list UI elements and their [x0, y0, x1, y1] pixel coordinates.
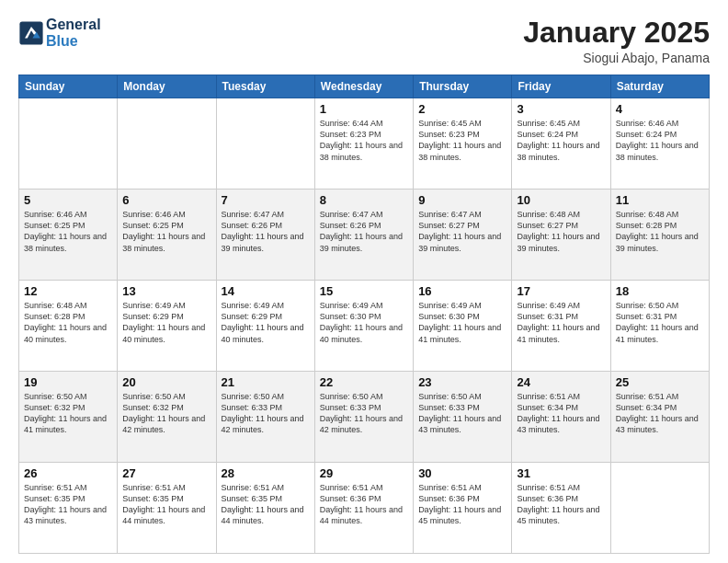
calendar-cell: 14Sunrise: 6:49 AM Sunset: 6:29 PM Dayli… [216, 281, 314, 372]
day-info: Sunrise: 6:51 AM Sunset: 6:34 PM Dayligh… [616, 391, 704, 436]
day-number: 5 [24, 193, 112, 207]
calendar-cell: 6Sunrise: 6:46 AM Sunset: 6:25 PM Daylig… [118, 190, 216, 281]
day-header-saturday: Saturday [610, 75, 709, 98]
calendar-header-row: SundayMondayTuesdayWednesdayThursdayFrid… [19, 75, 710, 98]
calendar-cell: 11Sunrise: 6:48 AM Sunset: 6:28 PM Dayli… [610, 190, 709, 281]
day-info: Sunrise: 6:50 AM Sunset: 6:32 PM Dayligh… [122, 391, 210, 436]
calendar-cell: 8Sunrise: 6:47 AM Sunset: 6:26 PM Daylig… [314, 190, 413, 281]
calendar-cell: 21Sunrise: 6:50 AM Sunset: 6:33 PM Dayli… [216, 372, 314, 463]
day-info: Sunrise: 6:47 AM Sunset: 6:26 PM Dayligh… [320, 209, 408, 254]
day-header-thursday: Thursday [414, 75, 512, 98]
calendar-week-row: 19Sunrise: 6:50 AM Sunset: 6:32 PM Dayli… [19, 372, 710, 463]
calendar-cell: 9Sunrise: 6:47 AM Sunset: 6:27 PM Daylig… [414, 190, 512, 281]
calendar-cell [610, 463, 709, 554]
calendar-cell: 25Sunrise: 6:51 AM Sunset: 6:34 PM Dayli… [610, 372, 709, 463]
day-info: Sunrise: 6:51 AM Sunset: 6:35 PM Dayligh… [222, 482, 310, 527]
day-info: Sunrise: 6:49 AM Sunset: 6:29 PM Dayligh… [122, 300, 210, 345]
day-number: 9 [418, 193, 506, 207]
calendar-cell: 13Sunrise: 6:49 AM Sunset: 6:29 PM Dayli… [118, 281, 216, 372]
calendar-cell: 30Sunrise: 6:51 AM Sunset: 6:36 PM Dayli… [414, 463, 512, 554]
calendar-cell: 5Sunrise: 6:46 AM Sunset: 6:25 PM Daylig… [19, 190, 118, 281]
day-number: 4 [616, 102, 704, 116]
calendar-cell [216, 98, 314, 190]
day-number: 3 [517, 102, 605, 116]
day-info: Sunrise: 6:49 AM Sunset: 6:30 PM Dayligh… [320, 300, 408, 345]
logo-icon [18, 20, 44, 46]
month-title: January 2025 [523, 17, 710, 49]
day-number: 13 [122, 284, 210, 298]
day-header-monday: Monday [118, 75, 216, 98]
calendar-week-row: 12Sunrise: 6:48 AM Sunset: 6:28 PM Dayli… [19, 281, 710, 372]
day-info: Sunrise: 6:47 AM Sunset: 6:27 PM Dayligh… [418, 209, 506, 254]
day-number: 23 [418, 375, 506, 389]
calendar-cell: 12Sunrise: 6:48 AM Sunset: 6:28 PM Dayli… [19, 281, 118, 372]
day-number: 18 [616, 284, 704, 298]
day-info: Sunrise: 6:49 AM Sunset: 6:29 PM Dayligh… [222, 300, 310, 345]
day-info: Sunrise: 6:45 AM Sunset: 6:24 PM Dayligh… [517, 118, 605, 163]
calendar-cell: 2Sunrise: 6:45 AM Sunset: 6:23 PM Daylig… [414, 98, 512, 190]
day-info: Sunrise: 6:50 AM Sunset: 6:32 PM Dayligh… [24, 391, 112, 436]
calendar-cell: 15Sunrise: 6:49 AM Sunset: 6:30 PM Dayli… [314, 281, 413, 372]
day-number: 30 [418, 466, 506, 480]
calendar-cell: 27Sunrise: 6:51 AM Sunset: 6:35 PM Dayli… [118, 463, 216, 554]
calendar-cell: 4Sunrise: 6:46 AM Sunset: 6:24 PM Daylig… [610, 98, 709, 190]
day-info: Sunrise: 6:51 AM Sunset: 6:35 PM Dayligh… [122, 482, 210, 527]
day-number: 29 [320, 466, 408, 480]
day-info: Sunrise: 6:51 AM Sunset: 6:36 PM Dayligh… [517, 482, 605, 527]
calendar-cell: 7Sunrise: 6:47 AM Sunset: 6:26 PM Daylig… [216, 190, 314, 281]
day-number: 7 [222, 193, 310, 207]
calendar-cell: 1Sunrise: 6:44 AM Sunset: 6:23 PM Daylig… [314, 98, 413, 190]
logo: General Blue [18, 17, 101, 49]
svg-rect-0 [19, 21, 42, 44]
calendar-cell: 29Sunrise: 6:51 AM Sunset: 6:36 PM Dayli… [314, 463, 413, 554]
day-number: 19 [24, 375, 112, 389]
calendar-week-row: 1Sunrise: 6:44 AM Sunset: 6:23 PM Daylig… [19, 98, 710, 190]
day-info: Sunrise: 6:48 AM Sunset: 6:28 PM Dayligh… [24, 300, 112, 345]
calendar-cell: 20Sunrise: 6:50 AM Sunset: 6:32 PM Dayli… [118, 372, 216, 463]
calendar-table: SundayMondayTuesdayWednesdayThursdayFrid… [18, 75, 710, 554]
calendar-week-row: 5Sunrise: 6:46 AM Sunset: 6:25 PM Daylig… [19, 190, 710, 281]
day-number: 20 [122, 375, 210, 389]
day-number: 25 [616, 375, 704, 389]
calendar-cell: 16Sunrise: 6:49 AM Sunset: 6:30 PM Dayli… [414, 281, 512, 372]
day-number: 28 [222, 466, 310, 480]
day-header-wednesday: Wednesday [314, 75, 413, 98]
calendar-cell: 3Sunrise: 6:45 AM Sunset: 6:24 PM Daylig… [512, 98, 610, 190]
day-info: Sunrise: 6:51 AM Sunset: 6:36 PM Dayligh… [418, 482, 506, 527]
day-number: 16 [418, 284, 506, 298]
day-info: Sunrise: 6:51 AM Sunset: 6:34 PM Dayligh… [517, 391, 605, 436]
day-number: 8 [320, 193, 408, 207]
day-info: Sunrise: 6:49 AM Sunset: 6:31 PM Dayligh… [517, 300, 605, 345]
day-info: Sunrise: 6:46 AM Sunset: 6:24 PM Dayligh… [616, 118, 704, 163]
calendar-cell: 24Sunrise: 6:51 AM Sunset: 6:34 PM Dayli… [512, 372, 610, 463]
day-header-tuesday: Tuesday [216, 75, 314, 98]
day-number: 11 [616, 193, 704, 207]
day-number: 31 [517, 466, 605, 480]
day-info: Sunrise: 6:47 AM Sunset: 6:26 PM Dayligh… [222, 209, 310, 254]
day-number: 27 [122, 466, 210, 480]
day-number: 17 [517, 284, 605, 298]
day-number: 22 [320, 375, 408, 389]
header: General Blue January 2025 Siogui Abajo, … [18, 17, 710, 65]
calendar-cell: 19Sunrise: 6:50 AM Sunset: 6:32 PM Dayli… [19, 372, 118, 463]
calendar-cell: 10Sunrise: 6:48 AM Sunset: 6:27 PM Dayli… [512, 190, 610, 281]
day-number: 6 [122, 193, 210, 207]
day-info: Sunrise: 6:50 AM Sunset: 6:33 PM Dayligh… [418, 391, 506, 436]
calendar-cell [19, 98, 118, 190]
title-block: January 2025 Siogui Abajo, Panama [523, 17, 710, 65]
calendar-week-row: 26Sunrise: 6:51 AM Sunset: 6:35 PM Dayli… [19, 463, 710, 554]
day-info: Sunrise: 6:50 AM Sunset: 6:33 PM Dayligh… [320, 391, 408, 436]
day-number: 12 [24, 284, 112, 298]
calendar-cell: 17Sunrise: 6:49 AM Sunset: 6:31 PM Dayli… [512, 281, 610, 372]
calendar-cell: 22Sunrise: 6:50 AM Sunset: 6:33 PM Dayli… [314, 372, 413, 463]
day-number: 26 [24, 466, 112, 480]
calendar-cell: 23Sunrise: 6:50 AM Sunset: 6:33 PM Dayli… [414, 372, 512, 463]
calendar-cell: 18Sunrise: 6:50 AM Sunset: 6:31 PM Dayli… [610, 281, 709, 372]
calendar-cell: 28Sunrise: 6:51 AM Sunset: 6:35 PM Dayli… [216, 463, 314, 554]
page: General Blue January 2025 Siogui Abajo, … [0, 0, 728, 563]
day-number: 15 [320, 284, 408, 298]
day-info: Sunrise: 6:48 AM Sunset: 6:28 PM Dayligh… [616, 209, 704, 254]
day-info: Sunrise: 6:51 AM Sunset: 6:35 PM Dayligh… [24, 482, 112, 527]
day-info: Sunrise: 6:45 AM Sunset: 6:23 PM Dayligh… [418, 118, 506, 163]
day-info: Sunrise: 6:46 AM Sunset: 6:25 PM Dayligh… [24, 209, 112, 254]
